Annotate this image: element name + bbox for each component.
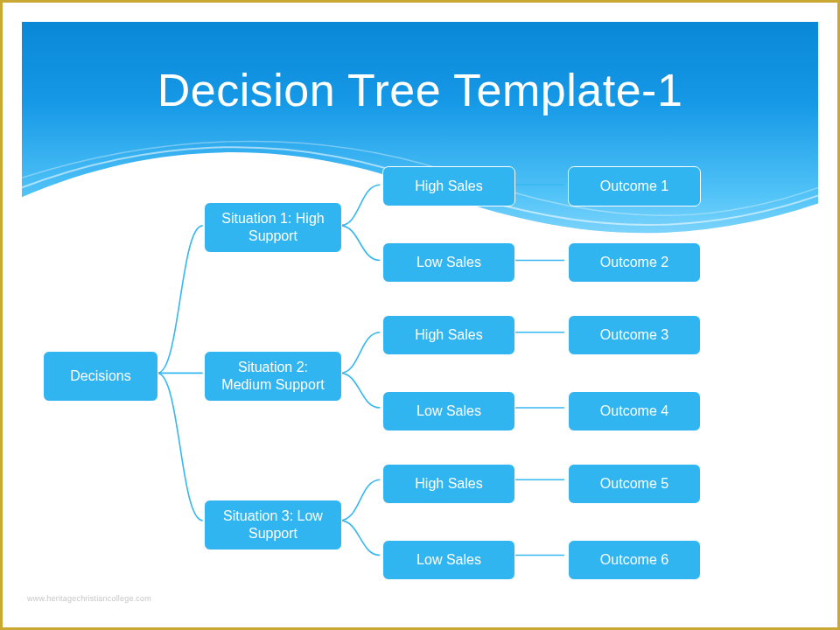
node-sales-3a: High Sales: [382, 464, 515, 504]
node-outcome-1: Outcome 1: [568, 166, 701, 206]
node-situation-3: Situation 3: Low Support: [204, 500, 342, 550]
node-outcome-6: Outcome 6: [568, 540, 701, 580]
node-sales-1a: High Sales: [382, 166, 515, 206]
node-situation-2: Situation 2: Medium Support: [204, 351, 342, 402]
node-outcome-2: Outcome 2: [568, 242, 701, 283]
watermark-text: www.heritagechristiancollege.com: [27, 594, 151, 603]
node-sales-1b: Low Sales: [382, 242, 515, 283]
slide-frame: Decision Tree Template-1 Decisions: [0, 0, 840, 630]
node-sales-2b: Low Sales: [382, 391, 515, 431]
node-situation-1: Situation 1: High Support: [204, 202, 342, 253]
node-outcome-5: Outcome 5: [568, 464, 701, 504]
node-outcome-3: Outcome 3: [568, 315, 701, 355]
node-sales-2a: High Sales: [382, 315, 515, 355]
slide-canvas: Decision Tree Template-1 Decisions: [22, 22, 818, 608]
node-outcome-4: Outcome 4: [568, 391, 701, 431]
node-sales-3b: Low Sales: [382, 540, 515, 580]
node-root: Decisions: [43, 351, 158, 402]
header-wave: [22, 127, 818, 337]
slide-title: Decision Tree Template-1: [22, 64, 818, 116]
